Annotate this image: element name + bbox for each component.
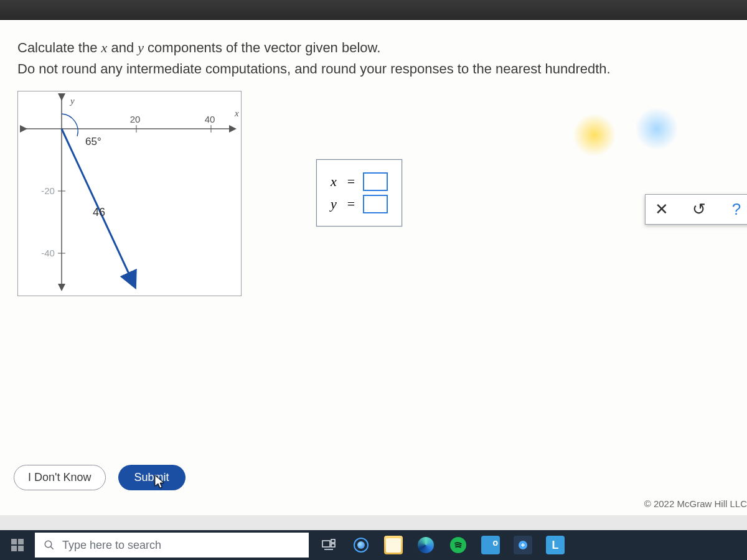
prompt-text: Do not round any intermediate computatio…: [17, 61, 611, 77]
answer-row-y: y =: [328, 195, 388, 213]
l-tile-icon[interactable]: L: [542, 533, 569, 558]
windows-taskbar: Type here to search o L: [0, 530, 747, 560]
browser-chrome: [0, 0, 747, 20]
app-icon[interactable]: [509, 533, 537, 558]
x-component-input[interactable]: [363, 172, 388, 191]
var-y: y: [138, 40, 144, 55]
windows-icon: [11, 539, 24, 551]
svg-text:20: 20: [130, 114, 141, 124]
clear-button[interactable]: ✕: [652, 200, 672, 219]
content-area: Calculate the x and y components of the …: [0, 20, 747, 515]
search-icon: [44, 539, 55, 551]
task-view-icon[interactable]: [315, 533, 342, 558]
equals-sign: =: [345, 196, 357, 212]
svg-line-16: [50, 546, 54, 549]
svg-text:y: y: [69, 96, 75, 106]
svg-rect-18: [331, 539, 335, 543]
idk-button[interactable]: I Don't Know: [14, 465, 106, 490]
submit-button[interactable]: Submit: [118, 465, 186, 490]
y-component-input[interactable]: [363, 195, 388, 213]
answer-box: x = y =: [316, 159, 402, 226]
tool-strip: ✕ ↺ ?: [645, 194, 747, 225]
prompt-text: Calculate the: [17, 40, 101, 55]
app-icon[interactable]: o: [477, 533, 504, 558]
start-button[interactable]: [0, 530, 35, 560]
svg-text:-20: -20: [41, 185, 55, 196]
svg-text:40: 40: [205, 114, 215, 124]
edge-icon[interactable]: [412, 533, 439, 558]
submit-label: Submit: [134, 471, 169, 483]
svg-text:46: 46: [93, 206, 105, 218]
taskbar-search[interactable]: Type here to search: [35, 533, 309, 558]
vector-graph: 20 40 -20 -40 x y 65° 46: [17, 91, 242, 296]
help-button[interactable]: ?: [726, 200, 746, 219]
answer-var: x: [328, 174, 339, 190]
svg-rect-19: [331, 544, 335, 547]
spotify-icon[interactable]: [444, 533, 472, 558]
svg-text:-40: -40: [41, 248, 55, 258]
svg-text:65°: 65°: [85, 136, 101, 147]
file-explorer-icon[interactable]: [380, 533, 407, 558]
svg-point-15: [45, 541, 52, 548]
prompt-text: components of the vector given below.: [144, 40, 380, 55]
svg-text:x: x: [234, 108, 239, 118]
copyright: © 2022 McGraw Hill LLC: [644, 498, 747, 509]
reset-button[interactable]: ↺: [689, 200, 709, 219]
answer-var: y: [328, 196, 339, 212]
equals-sign: =: [345, 174, 357, 190]
cortana-icon[interactable]: [347, 533, 375, 558]
question-prompt: Calculate the x and y components of the …: [17, 37, 730, 80]
prompt-text: and: [107, 40, 138, 55]
var-x: x: [101, 40, 108, 55]
search-placeholder: Type here to search: [62, 539, 161, 552]
svg-rect-17: [322, 541, 330, 547]
action-buttons: I Don't Know Submit: [14, 465, 186, 490]
answer-row-x: x =: [328, 172, 388, 191]
taskbar-icons: o L: [315, 533, 569, 558]
